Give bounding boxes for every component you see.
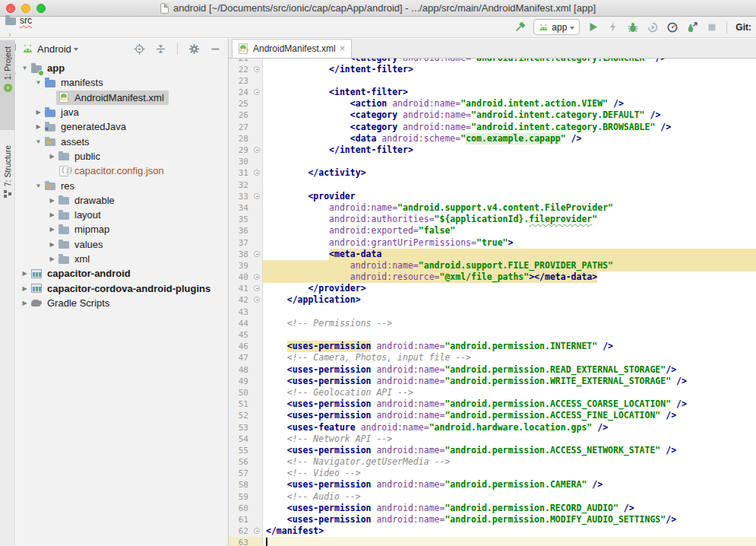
fold-marker[interactable] [252,283,263,294]
breadcrumb-item-app[interactable]: app [5,0,103,1]
fold-gutter [252,156,263,167]
fold-marker[interactable] [252,64,263,75]
project-tree[interactable]: ▼app▼manifests</>AndroidManifest.xml▶jav… [16,59,228,546]
fold-marker[interactable] [252,167,263,179]
tree-item-res[interactable]: ▼res [16,178,228,192]
line-number: 59 [229,491,252,503]
fold-gutter [252,479,263,490]
breadcrumb-item-src[interactable]: src [5,14,103,27]
code-line-21: 21 <category android:name="android.inten… [229,59,756,64]
run-configuration-select[interactable]: app [533,19,580,35]
fold-marker[interactable] [252,191,263,202]
line-number: 62 [229,525,252,537]
code-line-39: 39 android:name="android.support.FILE_PR… [229,260,756,271]
fold-marker[interactable] [252,525,263,537]
tree-expand-arrow[interactable]: ▶ [48,256,56,262]
locate-icon[interactable] [133,43,146,56]
fold-gutter [252,133,263,144]
stop-icon[interactable] [705,21,718,33]
tree-item-xml[interactable]: ▶xml [16,252,228,266]
tree-expand-arrow[interactable]: ▼ [21,65,29,71]
tree-item-capacitor-cordova-android-plugins[interactable]: ▶capacitor-cordova-android-plugins [16,281,228,295]
tree-item-label: values [74,239,103,250]
tree-item-values[interactable]: ▶values [16,237,228,252]
attach-profiler-icon[interactable] [685,21,698,33]
tree-item-app[interactable]: ▼app [16,61,228,75]
tree-item-java[interactable]: ▶java [16,105,228,119]
collapse-all-icon[interactable] [154,43,167,56]
close-tab-icon[interactable]: × [340,45,346,52]
tree-expand-arrow[interactable]: ▶ [48,153,56,160]
fold-marker[interactable] [252,249,263,260]
code-line-50: 50 <!-- Geolocation API --> [229,387,756,398]
code-line-22: 22 </intent-filter> [229,64,756,75]
chevron-down-icon[interactable] [74,48,78,51]
code-editor[interactable]: 21 <category android:name="android.inten… [229,59,756,546]
apply-changes-icon[interactable] [606,21,619,33]
tree-expand-arrow[interactable]: ▶ [48,226,56,233]
run-icon[interactable] [587,21,599,33]
tree-item-capacitor-android[interactable]: ▶capacitor-android [16,266,228,281]
tree-item-public[interactable]: ▶public [16,149,228,163]
tree-item-drawable[interactable]: ▶drawable [16,193,228,208]
line-number: 40 [229,271,252,283]
tree-expand-arrow[interactable]: ▶ [21,270,29,277]
tree-item-capacitor.config.json[interactable]: {;}capacitor.config.json [16,163,228,178]
tree-item-Gradle Scripts[interactable]: ▶Gradle Scripts [16,296,228,310]
tree-item-generatedJava[interactable]: ▶generatedJava [16,119,228,134]
settings-gear-icon[interactable] [188,43,201,56]
fold-gutter [252,503,263,514]
fold-gutter [252,468,263,479]
fold-marker[interactable] [252,144,263,156]
fold-gutter [252,514,263,525]
fold-gutter [252,225,263,236]
tree-expand-arrow[interactable]: ▼ [34,183,43,189]
hide-icon[interactable] [209,43,222,56]
code-line-49: 49 <uses-permission android:name="androi… [229,376,756,387]
tree-item-mipmap[interactable]: ▶mipmap [16,222,228,236]
line-number: 49 [229,376,252,387]
line-number: 61 [229,514,252,525]
tree-item-label: Gradle Scripts [47,297,109,309]
tree-expand-arrow[interactable]: ▶ [48,211,56,218]
fold-gutter [252,398,263,410]
line-number: 23 [229,75,252,87]
tree-item-label: public [74,151,100,162]
tree-item-manifests[interactable]: ▼manifests [16,75,228,90]
code-line-38: 38 <meta-data [229,249,756,260]
tree-item-AndroidManifest.xml[interactable]: </>AndroidManifest.xml [16,90,228,105]
tree-expand-arrow[interactable]: ▶ [21,285,29,292]
line-number: 46 [229,341,252,352]
code-line-42: 42 </application> [229,294,756,306]
fold-marker[interactable] [252,87,263,98]
code-line-44: 44 <!-- Permissions --> [229,318,756,329]
line-number: 39 [229,260,252,271]
tool-window-tab-structure[interactable]: 7: Structure [0,145,15,221]
tree-expand-arrow[interactable]: ▼ [34,138,43,145]
git-widget[interactable]: Git: [735,22,751,33]
debug-icon[interactable] [626,21,639,33]
tree-item-label: assets [61,136,90,148]
tab-androidmanifest[interactable]: </> AndroidManifest.xml × [232,39,352,58]
tree-item-layout[interactable]: ▶layout [16,208,228,222]
folder-lines-icon [44,179,57,192]
profiler-icon[interactable] [666,21,679,33]
build-hammer-icon[interactable] [514,21,527,33]
tree-item-assets[interactable]: ▼assets [16,134,228,148]
line-number: 34 [229,202,252,214]
tree-expand-arrow[interactable]: ▶ [48,197,56,204]
code-line-56: 56 <!-- Navigator.getUserMedia --> [229,456,756,468]
tree-expand-arrow[interactable]: ▼ [34,79,43,86]
code-line-51: 51 <uses-permission android:name="androi… [229,398,756,410]
tree-expand-arrow[interactable]: ▶ [34,123,43,130]
tree-expand-arrow[interactable]: ▶ [21,300,29,306]
tree-expand-arrow[interactable]: ▶ [48,241,56,248]
fold-marker[interactable] [252,271,263,283]
fold-marker[interactable] [252,294,263,306]
code-line-59: 59 <!-- Audio --> [229,491,756,503]
tool-window-tab-project[interactable]: 1: Project [0,40,15,130]
tree-expand-arrow[interactable]: ▶ [34,109,43,116]
project-view-selector[interactable]: Android [37,43,71,55]
run-with-coverage-icon[interactable] [646,21,659,33]
line-number: 26 [229,110,252,121]
